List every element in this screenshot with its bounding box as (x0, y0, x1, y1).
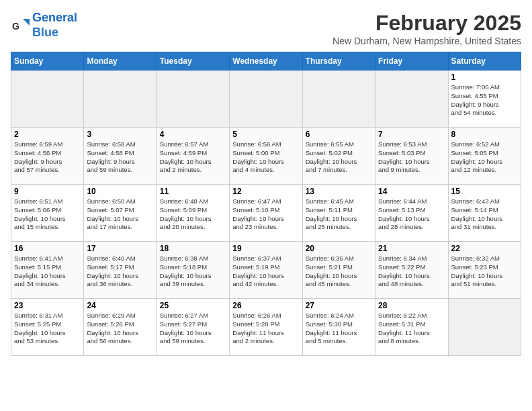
day-info: Sunrise: 6:57 AM Sunset: 4:59 PM Dayligh… (160, 140, 226, 175)
calendar-cell (302, 71, 375, 128)
day-number: 16 (14, 244, 81, 253)
logo-line1: General (32, 11, 77, 24)
day-number: 8 (451, 130, 518, 139)
calendar-cell: 15Sunrise: 6:43 AM Sunset: 5:14 PM Dayli… (448, 185, 521, 242)
day-info: Sunrise: 6:44 AM Sunset: 5:13 PM Dayligh… (378, 197, 445, 232)
day-number: 22 (451, 244, 518, 253)
day-info: Sunrise: 6:53 AM Sunset: 5:03 PM Dayligh… (378, 140, 445, 175)
week-row-2: 2Sunrise: 6:59 AM Sunset: 4:56 PM Daylig… (11, 128, 521, 185)
day-info: Sunrise: 6:31 AM Sunset: 5:25 PM Dayligh… (14, 312, 81, 346)
weekday-header-monday: Monday (84, 52, 157, 71)
day-number: 2 (14, 130, 81, 139)
calendar-cell: 24Sunrise: 6:29 AM Sunset: 5:26 PM Dayli… (84, 299, 157, 356)
calendar-cell: 11Sunrise: 6:48 AM Sunset: 5:09 PM Dayli… (157, 185, 229, 242)
day-number: 26 (232, 301, 299, 310)
day-number: 23 (14, 301, 81, 310)
header: G General Blue February 2025 New Durham,… (11, 11, 521, 46)
day-info: Sunrise: 6:47 AM Sunset: 5:10 PM Dayligh… (232, 197, 299, 232)
week-row-1: 1Sunrise: 7:00 AM Sunset: 4:55 PM Daylig… (11, 71, 521, 128)
day-number: 15 (451, 187, 518, 196)
calendar-cell: 6Sunrise: 6:55 AM Sunset: 5:02 PM Daylig… (302, 128, 375, 185)
day-number: 9 (14, 187, 81, 196)
day-info: Sunrise: 6:52 AM Sunset: 5:05 PM Dayligh… (451, 140, 518, 175)
calendar-cell: 2Sunrise: 6:59 AM Sunset: 4:56 PM Daylig… (11, 128, 84, 185)
title-area: February 2025 New Durham, New Hampshire,… (332, 11, 521, 46)
calendar-cell: 13Sunrise: 6:45 AM Sunset: 5:11 PM Dayli… (302, 185, 375, 242)
calendar-cell: 21Sunrise: 6:34 AM Sunset: 5:22 PM Dayli… (375, 242, 448, 299)
calendar-cell: 8Sunrise: 6:52 AM Sunset: 5:05 PM Daylig… (448, 128, 521, 185)
day-info: Sunrise: 6:22 AM Sunset: 5:31 PM Dayligh… (378, 312, 445, 346)
calendar-cell: 20Sunrise: 6:35 AM Sunset: 5:21 PM Dayli… (302, 242, 375, 299)
calendar-cell: 16Sunrise: 6:41 AM Sunset: 5:15 PM Dayli… (11, 242, 84, 299)
svg-text:G: G (12, 21, 19, 32)
day-info: Sunrise: 7:00 AM Sunset: 4:55 PM Dayligh… (451, 83, 518, 118)
day-number: 21 (378, 244, 445, 253)
day-number: 18 (160, 244, 226, 253)
day-number: 17 (87, 244, 153, 253)
week-row-5: 23Sunrise: 6:31 AM Sunset: 5:25 PM Dayli… (11, 299, 521, 356)
svg-marker-1 (23, 19, 30, 26)
day-number: 13 (306, 187, 372, 196)
logo: G General Blue (11, 11, 77, 40)
weekday-header-thursday: Thursday (302, 52, 375, 71)
day-info: Sunrise: 6:34 AM Sunset: 5:22 PM Dayligh… (378, 255, 445, 289)
month-title: February 2025 (332, 11, 521, 36)
week-row-3: 9Sunrise: 6:51 AM Sunset: 5:06 PM Daylig… (11, 185, 521, 242)
day-info: Sunrise: 6:51 AM Sunset: 5:06 PM Dayligh… (14, 197, 81, 232)
day-info: Sunrise: 6:24 AM Sunset: 5:30 PM Dayligh… (306, 312, 372, 346)
calendar-cell: 1Sunrise: 7:00 AM Sunset: 4:55 PM Daylig… (448, 71, 521, 128)
day-number: 14 (378, 187, 445, 196)
calendar-table: SundayMondayTuesdayWednesdayThursdayFrid… (11, 52, 521, 356)
calendar-cell: 12Sunrise: 6:47 AM Sunset: 5:10 PM Dayli… (230, 185, 302, 242)
calendar-cell: 27Sunrise: 6:24 AM Sunset: 5:30 PM Dayli… (302, 299, 375, 356)
logo-icon: G (11, 16, 30, 35)
calendar-cell: 5Sunrise: 6:56 AM Sunset: 5:00 PM Daylig… (230, 128, 302, 185)
day-info: Sunrise: 6:43 AM Sunset: 5:14 PM Dayligh… (451, 197, 518, 232)
day-number: 1 (451, 73, 518, 82)
calendar-cell: 4Sunrise: 6:57 AM Sunset: 4:59 PM Daylig… (157, 128, 229, 185)
weekday-header-row: SundayMondayTuesdayWednesdayThursdayFrid… (11, 52, 521, 71)
calendar-cell: 22Sunrise: 6:32 AM Sunset: 5:23 PM Dayli… (448, 242, 521, 299)
day-number: 20 (306, 244, 372, 253)
weekday-header-tuesday: Tuesday (157, 52, 229, 71)
day-info: Sunrise: 6:27 AM Sunset: 5:27 PM Dayligh… (160, 312, 226, 346)
day-number: 24 (87, 301, 153, 310)
day-number: 12 (232, 187, 299, 196)
weekday-header-wednesday: Wednesday (230, 52, 302, 71)
day-info: Sunrise: 6:37 AM Sunset: 5:19 PM Dayligh… (232, 255, 299, 289)
day-info: Sunrise: 6:26 AM Sunset: 5:28 PM Dayligh… (232, 312, 299, 346)
day-info: Sunrise: 6:55 AM Sunset: 5:02 PM Dayligh… (306, 140, 372, 175)
location-title: New Durham, New Hampshire, United States (332, 36, 521, 46)
calendar-cell (375, 71, 448, 128)
calendar-cell: 9Sunrise: 6:51 AM Sunset: 5:06 PM Daylig… (11, 185, 84, 242)
day-info: Sunrise: 6:50 AM Sunset: 5:07 PM Dayligh… (87, 197, 153, 232)
calendar-cell (157, 71, 229, 128)
day-info: Sunrise: 6:56 AM Sunset: 5:00 PM Dayligh… (232, 140, 299, 175)
day-info: Sunrise: 6:41 AM Sunset: 5:15 PM Dayligh… (14, 255, 81, 289)
calendar-cell: 25Sunrise: 6:27 AM Sunset: 5:27 PM Dayli… (157, 299, 229, 356)
calendar-cell: 28Sunrise: 6:22 AM Sunset: 5:31 PM Dayli… (375, 299, 448, 356)
day-number: 5 (232, 130, 299, 139)
calendar-cell: 19Sunrise: 6:37 AM Sunset: 5:19 PM Dayli… (230, 242, 302, 299)
day-number: 4 (160, 130, 226, 139)
calendar-cell: 3Sunrise: 6:58 AM Sunset: 4:58 PM Daylig… (84, 128, 157, 185)
weekday-header-friday: Friday (375, 52, 448, 71)
calendar-cell: 26Sunrise: 6:26 AM Sunset: 5:28 PM Dayli… (230, 299, 302, 356)
day-info: Sunrise: 6:45 AM Sunset: 5:11 PM Dayligh… (306, 197, 372, 232)
calendar-cell (84, 71, 157, 128)
day-info: Sunrise: 6:35 AM Sunset: 5:21 PM Dayligh… (306, 255, 372, 289)
day-info: Sunrise: 6:58 AM Sunset: 4:58 PM Dayligh… (87, 140, 153, 175)
calendar-cell: 14Sunrise: 6:44 AM Sunset: 5:13 PM Dayli… (375, 185, 448, 242)
day-number: 27 (306, 301, 372, 310)
day-info: Sunrise: 6:40 AM Sunset: 5:17 PM Dayligh… (87, 255, 153, 289)
calendar-cell: 23Sunrise: 6:31 AM Sunset: 5:25 PM Dayli… (11, 299, 84, 356)
calendar-cell (11, 71, 84, 128)
calendar-cell (448, 299, 521, 356)
day-number: 3 (87, 130, 153, 139)
weekday-header-saturday: Saturday (448, 52, 521, 71)
day-number: 28 (378, 301, 445, 310)
day-number: 7 (378, 130, 445, 139)
logo-line2: Blue (32, 26, 58, 39)
day-info: Sunrise: 6:32 AM Sunset: 5:23 PM Dayligh… (451, 255, 518, 289)
calendar-cell: 18Sunrise: 6:38 AM Sunset: 5:18 PM Dayli… (157, 242, 229, 299)
